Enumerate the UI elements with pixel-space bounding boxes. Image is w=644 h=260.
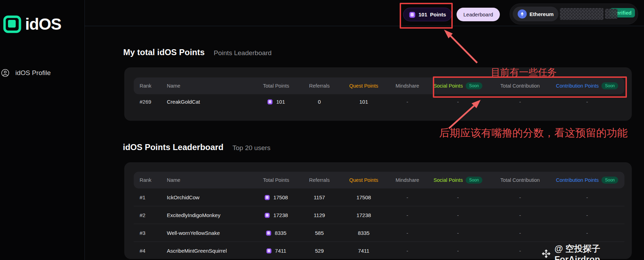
my-points-heading: My total idOS Points Points Leaderboard [123,47,272,57]
cell-quest-points: 101 [338,99,389,105]
page-subtitle: Points Leaderboard [214,49,272,57]
cell-total-points: 7411 [252,248,301,254]
cell-referrals: 529 [301,248,338,254]
cell-quest-points: 8335 [338,230,389,236]
cell-quest-points: 17508 [338,194,389,200]
cell-name: Well-wornYellowSnake [161,230,252,236]
sidebar: idOS idOS Profile [0,0,85,260]
leaderboard-button[interactable]: Leaderboard [457,8,500,21]
cell-social-points: - [425,99,490,105]
cell-name: IckOrchidCow [161,194,252,200]
cell-social-points: - [425,212,490,218]
wallet-widget[interactable]: Ethereum Verified [510,3,638,24]
cell-total-points: 17238 [252,212,301,218]
cell-total-contribution: - [490,194,550,200]
cell-contribution-points: - [550,230,624,236]
cell-social-points: - [425,248,490,254]
table-row: #1 IckOrchidCow 17508 1157 17508 - - - - [134,188,624,206]
app-root: idOS idOS Profile 101 Points Leaderboard [0,0,644,260]
col-referrals: Referrals [301,177,338,183]
table-header: Rank Name Total Points Referrals Quest P… [134,77,624,94]
cell-mindshare: - [389,248,425,254]
blurred-wallet-address [560,8,604,20]
cell-mindshare: - [389,99,425,105]
col-contribution-points: Contribution Points Soon [550,82,624,89]
watermark-diamond-icon [541,248,551,259]
network-selector[interactable]: Ethereum [513,7,558,21]
idos-logo-icon [3,15,21,34]
points-cube-icon [264,194,270,200]
sidebar-item-idos-profile[interactable]: idOS Profile [1,69,51,77]
col-contribution-points: Contribution Points Soon [550,177,624,184]
cell-referrals: 1157 [301,194,338,200]
network-label: Ethereum [530,11,554,17]
points-cube-icon [409,11,416,18]
cell-total-contribution: - [490,212,550,218]
annotation-note-top: 目前有一些任务 [491,66,557,79]
cell-referrals: 1129 [301,212,338,218]
col-social-points: Social Points Soon [425,177,490,184]
cell-mindshare: - [389,230,425,236]
col-total-contribution: Total Contribution [490,83,550,89]
table-row: #3 Well-wornYellowSnake 8335 585 8335 - … [134,224,624,242]
ethereum-icon [518,9,527,18]
sidebar-item-label: idOS Profile [15,69,51,77]
profile-icon [1,69,9,77]
cell-social-points: - [425,194,490,200]
soon-badge: Soon [601,177,618,184]
col-total-contribution: Total Contribution [490,177,550,183]
col-total-points: Total Points [252,177,301,183]
col-quest-points: Quest Points [338,83,389,89]
annotation-note-bottom: 后期应该有嘴撸的分数，看这预留的功能 [439,126,628,140]
watermark: @ 空投探子ForAirdrop [541,243,644,260]
soon-badge: Soon [466,177,482,184]
watermark-text: @ 空投探子ForAirdrop [554,243,644,260]
points-cube-icon [267,99,273,105]
col-mindshare: Mindshare [389,177,425,183]
table-header: Rank Name Total Points Referrals Quest P… [134,172,624,188]
points-badge-value: 101 [419,12,427,17]
section-title: idOS Points Leaderboard [123,142,223,152]
cell-social-points: - [425,230,490,236]
cell-name: AscribeMintGreenSquirrel [161,248,252,254]
soon-badge: Soon [601,82,618,89]
cell-contribution-points: - [550,99,624,105]
cell-total-points: 17508 [252,194,301,200]
topbar-divider [84,26,644,26]
cell-rank: #1 [134,194,161,200]
col-name: Name [161,177,252,183]
cell-rank: #2 [134,212,161,218]
col-name: Name [161,83,252,89]
section-subtitle: Top 20 users [232,144,271,152]
points-cube-icon [264,212,270,218]
col-quest-points: Quest Points [338,177,389,183]
cell-total-points: 8335 [252,230,301,236]
cell-referrals: 585 [301,230,338,236]
cell-rank: #4 [134,248,161,254]
cell-quest-points: 7411 [338,248,389,254]
cell-rank: #269 [134,99,161,105]
leaderboard-heading: idOS Points Leaderboard Top 20 users [123,142,271,152]
points-cube-icon [266,248,272,254]
cell-quest-points: 17238 [338,212,389,218]
blur-patch [605,9,617,19]
table-row: #269 CreakGoldCat 101 0 101 - - - - [134,94,624,109]
col-mindshare: Mindshare [389,83,425,89]
points-badge[interactable]: 101 Points [403,8,452,21]
cell-total-contribution: - [490,99,550,105]
cell-name: CreakGoldCat [161,99,252,105]
cell-mindshare: - [389,194,425,200]
col-total-points: Total Points [252,83,301,89]
cell-rank: #3 [134,230,161,236]
col-rank: Rank [134,177,161,183]
cell-total-points: 101 [252,99,301,105]
soon-badge: Soon [466,82,482,89]
table-row: #2 ExcitedlyIndigoMonkey 17238 1129 1723… [134,206,624,224]
cell-total-contribution: - [490,230,550,236]
cell-mindshare: - [389,212,425,218]
cell-name: ExcitedlyIndigoMonkey [161,212,252,218]
col-social-points: Social Points Soon [425,82,490,89]
points-cube-icon [266,230,272,236]
idos-logo: idOS [3,15,61,34]
page-title: My total idOS Points [123,47,205,57]
